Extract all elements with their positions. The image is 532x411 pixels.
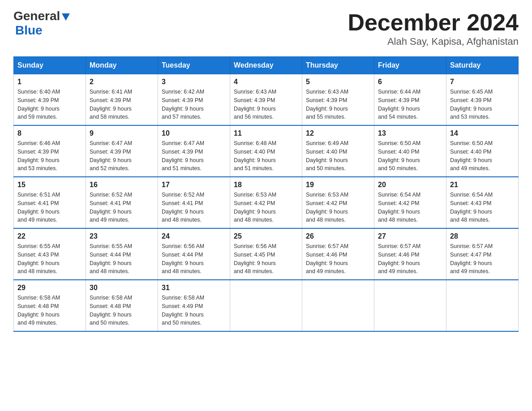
day-number: 30 — [90, 284, 154, 292]
day-number: 12 — [306, 129, 370, 137]
day-number: 13 — [378, 129, 442, 137]
day-info: Sunrise: 6:40 AM Sunset: 4:39 PM Dayligh… — [17, 88, 82, 121]
day-info: Sunrise: 6:48 AM Sunset: 4:40 PM Dayligh… — [234, 139, 298, 173]
day-number: 26 — [306, 232, 370, 240]
calendar-day-cell: 12 Sunrise: 6:49 AM Sunset: 4:40 PM Dayl… — [302, 125, 374, 177]
calendar-day-cell: 7 Sunrise: 6:45 AM Sunset: 4:39 PM Dayli… — [446, 74, 519, 126]
day-number: 17 — [162, 181, 226, 189]
calendar-day-cell: 3 Sunrise: 6:42 AM Sunset: 4:39 PM Dayli… — [158, 74, 230, 126]
calendar-day-cell — [230, 280, 302, 331]
weekday-header: Friday — [374, 57, 446, 74]
day-number: 14 — [450, 129, 515, 137]
day-info: Sunrise: 6:58 AM Sunset: 4:48 PM Dayligh… — [17, 294, 82, 327]
weekday-header: Thursday — [302, 57, 374, 74]
calendar-day-cell: 20 Sunrise: 6:54 AM Sunset: 4:42 PM Dayl… — [374, 177, 446, 228]
calendar-day-cell: 6 Sunrise: 6:44 AM Sunset: 4:39 PM Dayli… — [374, 74, 446, 126]
calendar-week-row: 22 Sunrise: 6:55 AM Sunset: 4:43 PM Dayl… — [14, 228, 519, 280]
calendar-day-cell: 17 Sunrise: 6:52 AM Sunset: 4:41 PM Dayl… — [158, 177, 230, 228]
logo-triangle-icon — [61, 12, 71, 21]
calendar-day-cell: 15 Sunrise: 6:51 AM Sunset: 4:41 PM Dayl… — [14, 177, 86, 228]
calendar-day-cell — [446, 280, 519, 331]
calendar-header-row: SundayMondayTuesdayWednesdayThursdayFrid… — [14, 57, 519, 74]
calendar-day-cell: 13 Sunrise: 6:50 AM Sunset: 4:40 PM Dayl… — [374, 125, 446, 177]
day-number: 24 — [162, 232, 226, 240]
calendar-day-cell — [374, 280, 446, 331]
day-info: Sunrise: 6:45 AM Sunset: 4:39 PM Dayligh… — [450, 88, 515, 121]
svg-marker-0 — [62, 13, 70, 21]
calendar-day-cell: 1 Sunrise: 6:40 AM Sunset: 4:39 PM Dayli… — [14, 74, 86, 126]
day-number: 28 — [450, 232, 515, 240]
calendar-day-cell: 8 Sunrise: 6:46 AM Sunset: 4:39 PM Dayli… — [14, 125, 86, 177]
calendar-day-cell: 10 Sunrise: 6:47 AM Sunset: 4:39 PM Dayl… — [158, 125, 230, 177]
day-number: 4 — [234, 78, 298, 86]
calendar-day-cell: 27 Sunrise: 6:57 AM Sunset: 4:46 PM Dayl… — [374, 228, 446, 280]
page-subtitle: Alah Say, Kapisa, Afghanistan — [348, 36, 519, 47]
title-block: December 2024 Alah Say, Kapisa, Afghanis… — [348, 9, 519, 47]
day-info: Sunrise: 6:54 AM Sunset: 4:43 PM Dayligh… — [450, 191, 515, 224]
day-info: Sunrise: 6:57 AM Sunset: 4:47 PM Dayligh… — [450, 242, 515, 276]
calendar-day-cell: 2 Sunrise: 6:41 AM Sunset: 4:39 PM Dayli… — [86, 74, 158, 126]
day-number: 10 — [162, 129, 226, 137]
day-number: 1 — [17, 78, 82, 86]
day-info: Sunrise: 6:44 AM Sunset: 4:39 PM Dayligh… — [378, 88, 442, 121]
calendar-week-row: 29 Sunrise: 6:58 AM Sunset: 4:48 PM Dayl… — [14, 280, 519, 331]
calendar-day-cell: 11 Sunrise: 6:48 AM Sunset: 4:40 PM Dayl… — [230, 125, 302, 177]
weekday-header: Wednesday — [230, 57, 302, 74]
day-number: 5 — [306, 78, 370, 86]
day-info: Sunrise: 6:41 AM Sunset: 4:39 PM Dayligh… — [90, 88, 154, 121]
day-number: 7 — [450, 78, 515, 86]
day-info: Sunrise: 6:50 AM Sunset: 4:40 PM Dayligh… — [450, 139, 515, 173]
weekday-header: Saturday — [446, 57, 519, 74]
day-info: Sunrise: 6:53 AM Sunset: 4:42 PM Dayligh… — [306, 191, 370, 224]
day-number: 18 — [234, 181, 298, 189]
day-info: Sunrise: 6:51 AM Sunset: 4:41 PM Dayligh… — [17, 191, 82, 224]
calendar-day-cell: 18 Sunrise: 6:53 AM Sunset: 4:42 PM Dayl… — [230, 177, 302, 228]
weekday-header: Sunday — [14, 57, 86, 74]
calendar-day-cell: 19 Sunrise: 6:53 AM Sunset: 4:42 PM Dayl… — [302, 177, 374, 228]
day-info: Sunrise: 6:49 AM Sunset: 4:40 PM Dayligh… — [306, 139, 370, 173]
calendar-week-row: 8 Sunrise: 6:46 AM Sunset: 4:39 PM Dayli… — [14, 125, 519, 177]
calendar-day-cell: 24 Sunrise: 6:56 AM Sunset: 4:44 PM Dayl… — [158, 228, 230, 280]
day-number: 29 — [17, 284, 82, 292]
calendar-day-cell: 28 Sunrise: 6:57 AM Sunset: 4:47 PM Dayl… — [446, 228, 519, 280]
calendar-day-cell: 16 Sunrise: 6:52 AM Sunset: 4:41 PM Dayl… — [86, 177, 158, 228]
day-info: Sunrise: 6:54 AM Sunset: 4:42 PM Dayligh… — [378, 191, 442, 224]
day-info: Sunrise: 6:56 AM Sunset: 4:45 PM Dayligh… — [234, 242, 298, 276]
calendar-table: SundayMondayTuesdayWednesdayThursdayFrid… — [13, 56, 519, 332]
day-number: 11 — [234, 129, 298, 137]
day-info: Sunrise: 6:43 AM Sunset: 4:39 PM Dayligh… — [306, 88, 370, 121]
day-info: Sunrise: 6:43 AM Sunset: 4:39 PM Dayligh… — [234, 88, 298, 121]
day-number: 20 — [378, 181, 442, 189]
calendar-day-cell: 25 Sunrise: 6:56 AM Sunset: 4:45 PM Dayl… — [230, 228, 302, 280]
calendar-day-cell: 22 Sunrise: 6:55 AM Sunset: 4:43 PM Dayl… — [14, 228, 86, 280]
day-number: 23 — [90, 232, 154, 240]
calendar-day-cell: 26 Sunrise: 6:57 AM Sunset: 4:46 PM Dayl… — [302, 228, 374, 280]
logo-general-text: General — [13, 9, 60, 23]
day-number: 3 — [162, 78, 226, 86]
day-info: Sunrise: 6:56 AM Sunset: 4:44 PM Dayligh… — [162, 242, 226, 276]
day-number: 22 — [17, 232, 82, 240]
day-number: 6 — [378, 78, 442, 86]
calendar-day-cell: 21 Sunrise: 6:54 AM Sunset: 4:43 PM Dayl… — [446, 177, 519, 228]
day-info: Sunrise: 6:52 AM Sunset: 4:41 PM Dayligh… — [90, 191, 154, 224]
day-info: Sunrise: 6:55 AM Sunset: 4:43 PM Dayligh… — [17, 242, 82, 276]
calendar-day-cell — [302, 280, 374, 331]
calendar-day-cell: 4 Sunrise: 6:43 AM Sunset: 4:39 PM Dayli… — [230, 74, 302, 126]
day-info: Sunrise: 6:58 AM Sunset: 4:48 PM Dayligh… — [90, 294, 154, 327]
day-info: Sunrise: 6:53 AM Sunset: 4:42 PM Dayligh… — [234, 191, 298, 224]
day-number: 25 — [234, 232, 298, 240]
day-info: Sunrise: 6:58 AM Sunset: 4:49 PM Dayligh… — [162, 294, 226, 327]
day-info: Sunrise: 6:55 AM Sunset: 4:44 PM Dayligh… — [90, 242, 154, 276]
calendar-day-cell: 30 Sunrise: 6:58 AM Sunset: 4:48 PM Dayl… — [86, 280, 158, 331]
calendar-day-cell: 5 Sunrise: 6:43 AM Sunset: 4:39 PM Dayli… — [302, 74, 374, 126]
day-number: 21 — [450, 181, 515, 189]
day-number: 16 — [90, 181, 154, 189]
calendar-day-cell: 9 Sunrise: 6:47 AM Sunset: 4:39 PM Dayli… — [86, 125, 158, 177]
day-info: Sunrise: 6:47 AM Sunset: 4:39 PM Dayligh… — [162, 139, 226, 173]
day-info: Sunrise: 6:46 AM Sunset: 4:39 PM Dayligh… — [17, 139, 82, 173]
day-number: 9 — [90, 129, 154, 137]
day-number: 8 — [17, 129, 82, 137]
logo-blue-text: Blue — [15, 23, 43, 37]
day-number: 15 — [17, 181, 82, 189]
day-info: Sunrise: 6:50 AM Sunset: 4:40 PM Dayligh… — [378, 139, 442, 173]
